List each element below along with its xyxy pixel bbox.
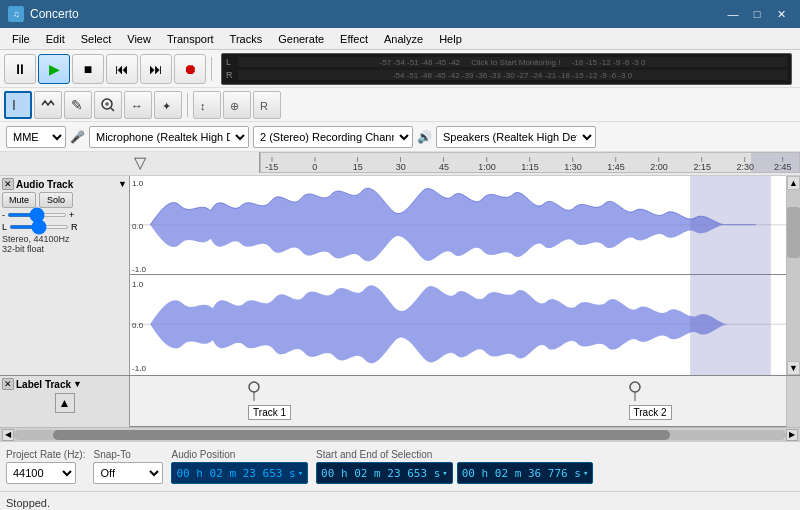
speaker-select[interactable]: Speakers (Realtek High Definiti bbox=[436, 126, 596, 148]
host-select[interactable]: MME bbox=[6, 126, 66, 148]
vu-meter[interactable]: L -57 -54 -51 -48 -45 -42 Click to Start… bbox=[221, 53, 792, 85]
gain-minus-label: - bbox=[2, 210, 5, 220]
pan-slider[interactable] bbox=[9, 225, 69, 229]
scroll-down-button[interactable]: ▼ bbox=[787, 361, 800, 375]
audio-position-dropdown-icon[interactable]: ▾ bbox=[298, 468, 303, 478]
svg-rect-22 bbox=[690, 176, 771, 375]
svg-text:-1.0: -1.0 bbox=[132, 364, 146, 373]
time-mark: -15 bbox=[265, 157, 278, 172]
selection-end-value: 00 h 02 m 36 776 s bbox=[462, 467, 581, 480]
tracks-container: ✕ Audio Track ▼ Mute Solo - + L bbox=[0, 176, 786, 375]
label-track-close-button[interactable]: ✕ bbox=[2, 378, 14, 390]
menu-view[interactable]: View bbox=[119, 28, 159, 49]
audio-position-value: 00 h 02 m 23 653 s bbox=[176, 467, 295, 480]
extra-tool-1[interactable]: ↕ bbox=[193, 91, 221, 119]
time-mark: 2:00 bbox=[650, 157, 668, 172]
selection-start-display[interactable]: 00 h 02 m 23 653 s ▾ bbox=[316, 462, 453, 484]
menu-edit[interactable]: Edit bbox=[38, 28, 73, 49]
svg-text:1.0: 1.0 bbox=[132, 179, 144, 188]
vu-click-text-R: -54 -51 -48 -45 -42 -39 -36 -33 -30 -27 … bbox=[393, 71, 632, 80]
snap-to-select[interactable]: Off bbox=[93, 462, 163, 484]
hscroll-thumb[interactable] bbox=[53, 430, 671, 440]
time-mark: 30 bbox=[396, 157, 406, 172]
record-button[interactable]: ⏺ bbox=[174, 54, 206, 84]
menubar: File Edit Select View Transport Tracks G… bbox=[0, 28, 800, 50]
label-track-row: ✕ Label Track ▼ ▲ Track 1 Track 2 bbox=[0, 375, 800, 427]
label-item-track1[interactable]: Track 1 bbox=[248, 381, 291, 420]
fastfwd-button[interactable]: ⏭ bbox=[140, 54, 172, 84]
gain-slider[interactable] bbox=[7, 213, 67, 217]
minimize-button[interactable]: — bbox=[722, 5, 744, 23]
menu-file[interactable]: File bbox=[4, 28, 38, 49]
svg-point-23 bbox=[249, 382, 259, 392]
svg-text:I: I bbox=[12, 97, 16, 113]
label-item-track2[interactable]: Track 2 bbox=[629, 381, 672, 420]
pause-button[interactable]: ⏸ bbox=[4, 54, 36, 84]
menu-effect[interactable]: Effect bbox=[332, 28, 376, 49]
extra-tool-3[interactable]: R bbox=[253, 91, 281, 119]
vertical-scrollbar[interactable]: ▲ ▼ bbox=[786, 176, 800, 375]
audio-track-header: ✕ Audio Track ▼ Mute Solo - + L bbox=[0, 176, 130, 375]
menu-analyze[interactable]: Analyze bbox=[376, 28, 431, 49]
timeline-track[interactable]: -15 0 15 30 45 1:00 1:15 1:30 1:45 2:00 … bbox=[260, 152, 800, 173]
close-button[interactable]: ✕ bbox=[770, 5, 792, 23]
hscroll-track[interactable] bbox=[14, 430, 786, 440]
main-area: ✕ Audio Track ▼ Mute Solo - + L bbox=[0, 176, 800, 441]
selection-label: Start and End of Selection bbox=[316, 449, 593, 460]
selection-group: Start and End of Selection 00 h 02 m 23 … bbox=[316, 449, 593, 484]
svg-text:↔: ↔ bbox=[131, 99, 143, 113]
scroll-thumb[interactable] bbox=[787, 207, 800, 258]
time-mark: 2:15 bbox=[693, 157, 711, 172]
selection-tool-button[interactable]: I bbox=[4, 91, 32, 119]
stop-button[interactable]: ■ bbox=[72, 54, 104, 84]
pan-L-label: L bbox=[2, 222, 7, 232]
tools-toolbar: I ✎ ↔ ✦ ↕ ⊕ R bbox=[0, 88, 800, 122]
audio-track-expand-icon[interactable]: ▼ bbox=[118, 179, 127, 189]
maximize-button[interactable]: □ bbox=[746, 5, 768, 23]
svg-text:-1.0: -1.0 bbox=[132, 265, 146, 274]
audio-track-waveform[interactable]: 1.0 0.0 -1.0 1.0 bbox=[130, 176, 786, 375]
hscroll-left-button[interactable]: ◀ bbox=[2, 429, 14, 441]
label-text-track1: Track 1 bbox=[248, 405, 291, 420]
menu-tracks[interactable]: Tracks bbox=[222, 28, 271, 49]
channels-select[interactable]: 2 (Stereo) Recording Channels bbox=[253, 126, 413, 148]
menu-select[interactable]: Select bbox=[73, 28, 120, 49]
label-track-content[interactable]: Track 1 Track 2 bbox=[130, 376, 786, 427]
scroll-up-button[interactable]: ▲ bbox=[787, 176, 800, 190]
svg-text:0.0: 0.0 bbox=[132, 222, 144, 231]
scroll-track[interactable] bbox=[787, 190, 800, 361]
label-track-up-button[interactable]: ▲ bbox=[55, 393, 75, 413]
rewind-button[interactable]: ⏮ bbox=[106, 54, 138, 84]
solo-button[interactable]: Solo bbox=[39, 192, 73, 208]
label-track-expand-icon[interactable]: ▼ bbox=[73, 379, 82, 389]
time-mark: 1:00 bbox=[478, 157, 496, 172]
multi-tool-button[interactable]: ✦ bbox=[154, 91, 182, 119]
microphone-select[interactable]: Microphone (Realtek High Defini bbox=[89, 126, 249, 148]
menu-transport[interactable]: Transport bbox=[159, 28, 222, 49]
horizontal-scrollbar[interactable]: ◀ ▶ bbox=[0, 427, 800, 441]
play-button[interactable]: ▶ bbox=[38, 54, 70, 84]
svg-text:✦: ✦ bbox=[162, 100, 171, 112]
extra-tool-2[interactable]: ⊕ bbox=[223, 91, 251, 119]
envelope-tool-button[interactable] bbox=[34, 91, 62, 119]
vu-click-text-L: -57 -54 -51 -48 -45 -42 Click to Start M… bbox=[380, 58, 646, 67]
project-rate-select[interactable]: 44100 bbox=[6, 462, 76, 484]
device-toolbar: MME 🎤 Microphone (Realtek High Defini 2 … bbox=[0, 122, 800, 152]
timeshift-tool-button[interactable]: ↔ bbox=[124, 91, 152, 119]
mute-button[interactable]: Mute bbox=[2, 192, 36, 208]
audio-track-row: ✕ Audio Track ▼ Mute Solo - + L bbox=[0, 176, 786, 375]
svg-point-25 bbox=[630, 382, 640, 392]
audio-track-close-button[interactable]: ✕ bbox=[2, 178, 14, 190]
menu-generate[interactable]: Generate bbox=[270, 28, 332, 49]
audio-position-display[interactable]: 00 h 02 m 23 653 s ▾ bbox=[171, 462, 308, 484]
menu-help[interactable]: Help bbox=[431, 28, 470, 49]
draw-tool-button[interactable]: ✎ bbox=[64, 91, 92, 119]
timeline-ruler: ▽ -15 0 15 30 45 1:00 1:15 1:30 1:45 2:0… bbox=[0, 152, 800, 176]
audio-position-group: Audio Position 00 h 02 m 23 653 s ▾ bbox=[171, 449, 308, 484]
selection-end-display[interactable]: 00 h 02 m 36 776 s ▾ bbox=[457, 462, 594, 484]
zoom-tool-button[interactable] bbox=[94, 91, 122, 119]
project-rate-label: Project Rate (Hz): bbox=[6, 449, 85, 460]
snap-to-group: Snap-To Off bbox=[93, 449, 163, 484]
hscroll-right-button[interactable]: ▶ bbox=[786, 429, 798, 441]
vu-R-label: R bbox=[226, 70, 236, 80]
